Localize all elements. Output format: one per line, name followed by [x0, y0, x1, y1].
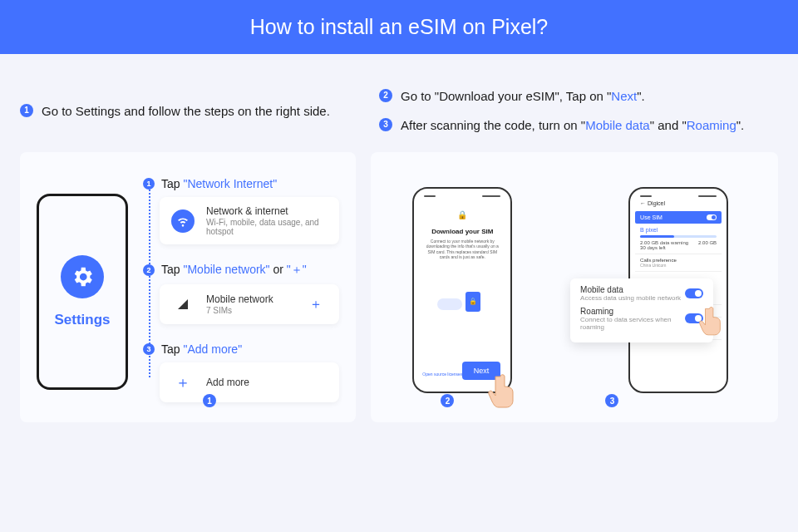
intro-text-3: After scanning the code, turn on "Mobile… — [401, 116, 744, 134]
pointer-hand-icon — [698, 304, 727, 336]
step-3: 3 Tap "Add more" ＋ Add more — [143, 342, 339, 402]
calls-preference-row[interactable]: Calls preference China Unicom — [635, 254, 722, 272]
panel-3-badge: 3 — [605, 394, 618, 407]
card-add-more[interactable]: ＋ Add more — [160, 362, 339, 402]
page-header: How to install an eSIM on Pixel? — [0, 0, 798, 54]
intro-item-2: 2 Go to "Download your eSIM", Tap on "Ne… — [379, 87, 778, 105]
panel-1-badge: 1 — [203, 392, 216, 408]
mobile-data-toggle[interactable] — [685, 288, 703, 298]
roaming-sub: Connect to data services when roaming — [580, 316, 685, 331]
step-1: 1 Tap "Network Internet" Network & inter… — [143, 177, 339, 244]
mobile-data-row[interactable]: Mobile data Access data using mobile net… — [580, 285, 703, 302]
use-sim-row[interactable]: Use SIM — [635, 211, 722, 224]
card-subtitle: Wi-Fi, mobile, data usage, and hotspot — [206, 218, 328, 236]
intro-left: 1 Go to Settings and follow the steps on… — [20, 87, 369, 134]
step-2: 2 Tap "Mobile network" or "＋" Mobile net… — [143, 263, 339, 324]
step-3-title: 3 Tap "Add more" — [143, 342, 339, 356]
plan-row: B pixel 2.00 GB data warning2.00 GB 30 d… — [635, 224, 722, 254]
wifi-icon — [171, 209, 195, 233]
panel-right: 🔒 Download your SIM Connect to your mobi… — [371, 152, 778, 422]
use-sim-toggle[interactable] — [707, 214, 717, 220]
bullet-2: 2 — [379, 89, 392, 102]
step-2-bullet: 2 — [143, 264, 155, 276]
intro-text-1: Go to Settings and follow the steps on t… — [42, 102, 330, 120]
download-sim-screen: 🔒 Download your SIM Connect to your mobi… — [419, 199, 505, 328]
card-title: Add more — [206, 377, 249, 388]
sim-card-icon: 🔒 — [466, 292, 480, 312]
card-subtitle: 7 SIMs — [206, 306, 273, 315]
card-mobile-network[interactable]: Mobile network 7 SIMs ＋ — [160, 284, 339, 324]
intro-item-1: 1 Go to Settings and follow the steps on… — [20, 102, 369, 120]
step-1-title: 1 Tap "Network Internet" — [143, 177, 339, 190]
intro-row: 1 Go to Settings and follow the steps on… — [0, 54, 798, 152]
back-arrow-icon[interactable]: ← — [640, 200, 646, 206]
sim-illustration: 🔒 — [437, 285, 487, 322]
panel-right-badges: 2 3 — [441, 392, 618, 407]
card-title: Mobile network — [206, 293, 273, 305]
step-1-bullet: 1 — [143, 178, 155, 190]
download-sim-title: Download your SIM — [426, 228, 499, 235]
signal-icon — [171, 293, 195, 316]
highlight-roaming: Roaming — [687, 118, 736, 132]
mobile-data-sub: Access data using mobile network — [580, 294, 681, 302]
panel-2-badge: 2 — [441, 394, 454, 407]
roaming-label: Roaming — [580, 307, 685, 316]
card-title: Network & internet — [206, 205, 328, 217]
step-3-bullet: 3 — [143, 343, 155, 355]
lock-icon: 🔒 — [426, 210, 499, 219]
page-title: How to install an eSIM on Pixel? — [250, 15, 549, 38]
mobile-data-label: Mobile data — [580, 285, 681, 294]
phone-settings: Settings — [37, 194, 128, 390]
use-sim-label: Use SIM — [640, 214, 663, 220]
highlight-mobile-data: Mobile data — [585, 118, 650, 132]
intro-text-2: Go to "Download your eSIM", Tap on "Next… — [401, 87, 645, 105]
panels: Settings 1 Tap "Network Internet" Networ… — [0, 152, 798, 422]
steps-column: 1 Tap "Network Internet" Network & inter… — [143, 177, 339, 402]
popup-toggles: Mobile data Access data using mobile net… — [570, 278, 713, 342]
panel-left: Settings 1 Tap "Network Internet" Networ… — [20, 152, 356, 422]
phone-sim-settings-group: ← Digicel Use SIM B pixel 2.00 GB data w… — [579, 187, 736, 393]
cloud-icon — [437, 298, 462, 310]
card-network-internet[interactable]: Network & internet Wi-Fi, mobile, data u… — [160, 197, 339, 244]
highlight-next: Next — [611, 89, 637, 103]
carrier-name: Digicel — [648, 200, 665, 206]
bullet-1: 1 — [20, 104, 33, 117]
gear-icon — [70, 264, 95, 289]
data-usage-bar — [640, 235, 717, 238]
intro-right: 2 Go to "Download your eSIM", Tap on "Ne… — [379, 87, 778, 134]
settings-app-icon — [61, 255, 104, 298]
settings-app-label: Settings — [54, 312, 110, 328]
download-sim-desc: Connect to your mobile network by downlo… — [426, 239, 499, 260]
step-2-title: 2 Tap "Mobile network" or "＋" — [143, 263, 339, 278]
roaming-row[interactable]: Roaming Connect to data services when ro… — [580, 307, 703, 331]
phone-download-sim: 🔒 Download your SIM Connect to your mobi… — [412, 187, 512, 393]
plus-button[interactable]: ＋ — [304, 294, 328, 315]
intro-item-3: 3 After scanning the code, turn on "Mobi… — [379, 116, 778, 134]
plus-icon: ＋ — [171, 371, 195, 394]
bullet-3: 3 — [379, 118, 392, 131]
